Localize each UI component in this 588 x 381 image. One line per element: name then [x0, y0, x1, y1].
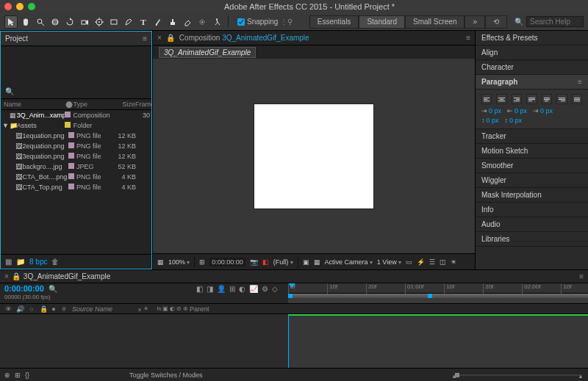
timeline-button-icon[interactable]: ☰	[429, 258, 435, 266]
panel-menu-icon[interactable]: ≡	[466, 34, 470, 42]
type-tool[interactable]: T	[137, 15, 150, 29]
show-channel-icon[interactable]: ◧	[262, 258, 269, 266]
parent-col[interactable]: Parent	[190, 305, 219, 313]
panel-info[interactable]: Info	[476, 203, 588, 217]
layer-number-col[interactable]: #	[59, 305, 69, 313]
space-after[interactable]: ↕0 px	[505, 117, 523, 124]
lock-icon[interactable]: 🔒	[166, 34, 175, 42]
col-type[interactable]: Type	[73, 101, 113, 108]
close-window-button[interactable]	[4, 3, 12, 10]
project-item[interactable]: 🖼1equation.pngPNG file12 KB	[1, 131, 151, 141]
timeline-layer-list[interactable]	[0, 314, 288, 368]
panel-tracker[interactable]: Tracker	[476, 129, 588, 144]
roi-icon[interactable]: ▣	[303, 258, 309, 266]
search-help-input[interactable]	[526, 16, 584, 27]
timeline-search-icon[interactable]: 🔍	[49, 285, 57, 293]
panel-smoother[interactable]: Smoother	[476, 159, 588, 173]
comp-chip[interactable]: 3Q_AnimatedGif_Example	[159, 47, 256, 58]
project-panel-tab[interactable]: Project ≡	[1, 32, 151, 46]
panel-mask-interpolation[interactable]: Mask Interpolation	[476, 188, 588, 203]
col-size[interactable]: Size	[113, 101, 135, 108]
brainstorm-icon[interactable]: ⚙	[262, 285, 268, 293]
views-dropdown[interactable]: 1 View	[377, 258, 401, 266]
label-swatch[interactable]	[65, 122, 71, 128]
label-swatch[interactable]	[68, 184, 74, 189]
workspace-essentials[interactable]: Essentials	[309, 15, 359, 29]
timeline-zoom-slider[interactable]: ▲▲	[451, 371, 584, 379]
av-video-icon[interactable]: 👁	[3, 305, 13, 313]
puppet-tool[interactable]	[210, 15, 223, 29]
justify-last-center-button[interactable]	[542, 94, 552, 104]
bpc-display[interactable]: 8 bpc	[29, 258, 47, 266]
motion-blur-icon[interactable]: ◐	[239, 285, 245, 293]
auto-keyframe-icon[interactable]: ◇	[272, 285, 278, 293]
av-audio-icon[interactable]: 🔊	[15, 305, 25, 313]
roto-brush-tool[interactable]	[196, 15, 209, 29]
close-comp-icon[interactable]: ×	[157, 34, 162, 42]
rectangle-tool[interactable]	[107, 15, 121, 29]
panel-menu-icon[interactable]: ≡	[578, 78, 582, 86]
composition-stage[interactable]	[254, 104, 373, 208]
time-display[interactable]: 0:00:00:00	[209, 258, 245, 266]
delete-icon[interactable]: 🗑	[51, 258, 59, 266]
indent-left[interactable]: ⇥0 px	[481, 107, 501, 115]
transparency-grid-icon[interactable]: ▦	[314, 258, 320, 266]
label-swatch[interactable]	[65, 112, 71, 117]
align-left-button[interactable]	[481, 94, 492, 104]
rotation-tool[interactable]	[63, 15, 76, 29]
project-item[interactable]: ▦3Q_Anim...xampleComposition30	[1, 110, 151, 120]
panel-effects-presets[interactable]: Effects & Presets	[476, 31, 588, 46]
draft-3d-icon[interactable]: ◨	[207, 285, 213, 293]
comp-name-link[interactable]: 3Q_AnimatedGif_Example	[222, 34, 309, 42]
camera-dropdown[interactable]: Active Camera	[325, 258, 373, 266]
flowchart-icon[interactable]: ◫	[440, 258, 446, 266]
snapping-options-icon[interactable]: ⋮⚲	[280, 18, 293, 26]
project-item[interactable]: 🖼3equation.pngPNG file12 KB	[1, 151, 151, 162]
toggle-switch-icon-2[interactable]: ⊞	[15, 371, 21, 379]
snapshot-icon[interactable]: 📷	[250, 258, 258, 266]
align-right-button[interactable]	[512, 94, 522, 104]
panel-align[interactable]: Align	[476, 46, 588, 60]
project-item[interactable]: ▼📁AssetsFolder	[1, 120, 151, 131]
indent-first[interactable]: ⇤0 px	[507, 107, 527, 115]
align-center-button[interactable]	[496, 94, 506, 104]
shy-icon[interactable]: 👤	[217, 285, 226, 293]
new-folder-icon[interactable]: 📁	[16, 258, 25, 266]
pan-behind-tool[interactable]	[93, 15, 106, 29]
lock-icon[interactable]: 🔒	[12, 272, 21, 280]
clone-stamp-tool[interactable]	[166, 15, 179, 29]
magnification-icon[interactable]: ▦	[157, 258, 164, 266]
toggle-switch-icon-1[interactable]: ⊕	[4, 371, 10, 379]
timeline-tab[interactable]: × 🔒 3Q_AnimatedGif_Example ≡	[0, 270, 588, 283]
selection-tool[interactable]	[4, 15, 18, 29]
interpret-footage-icon[interactable]: ▦	[5, 258, 12, 266]
composition-viewer[interactable]	[153, 59, 475, 253]
eraser-tool[interactable]	[181, 15, 194, 29]
time-ruler[interactable]: 0f 10f 20f 01:00f 10f 20f 02:00f 10f	[288, 283, 588, 294]
work-area-bar[interactable]	[288, 294, 588, 298]
label-col-icon[interactable]: ●	[50, 305, 57, 313]
panel-menu-icon[interactable]: ≡	[143, 35, 147, 43]
col-frame[interactable]: Frame	[135, 101, 150, 108]
frame-blend-icon[interactable]: ⊞	[229, 285, 235, 293]
source-name-col[interactable]: Source Name	[71, 305, 135, 313]
fast-previews-icon[interactable]: ⚡	[417, 258, 425, 266]
snapping-toggle[interactable]: Snapping ⋮⚲	[237, 18, 293, 26]
timeline-tracks[interactable]	[288, 314, 588, 368]
panel-menu-icon[interactable]: ≡	[579, 272, 584, 280]
panel-character[interactable]: Character	[476, 60, 588, 75]
brush-tool[interactable]	[151, 15, 165, 29]
project-item[interactable]: 🖼backgro....jpgJPEG52 KB	[1, 162, 151, 172]
col-tag[interactable]: ⬤	[65, 101, 74, 108]
space-before[interactable]: ↕0 px	[481, 117, 499, 124]
pen-tool[interactable]	[122, 15, 135, 29]
panel-wiggler[interactable]: Wiggler	[476, 173, 588, 188]
zoom-tool[interactable]	[34, 15, 47, 29]
resolution-dropdown[interactable]: (Full)	[273, 258, 293, 266]
search-icon[interactable]: 🔍	[5, 87, 14, 95]
justify-last-left-button[interactable]	[526, 94, 537, 104]
indent-right[interactable]: ⇥0 px	[533, 107, 553, 115]
label-swatch[interactable]	[68, 142, 74, 148]
current-time-display[interactable]: 0:00:00:00	[4, 284, 44, 293]
project-item[interactable]: 🖼2equation.pngPNG file12 KB	[1, 141, 151, 151]
